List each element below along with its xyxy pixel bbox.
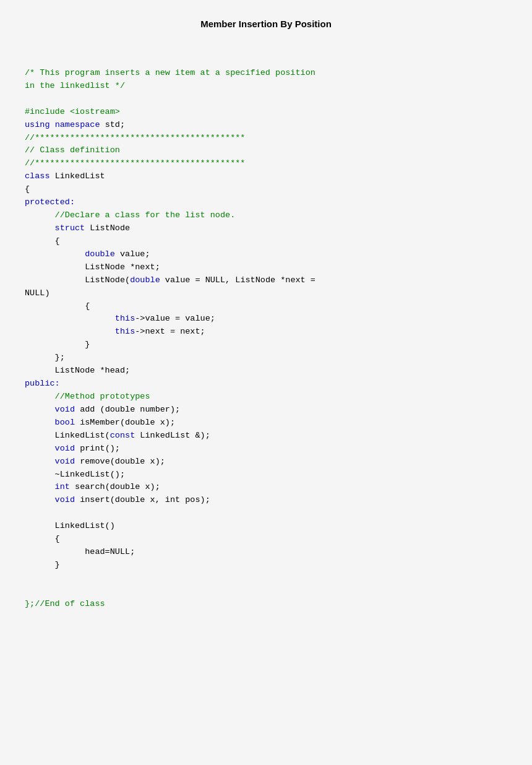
code-void-print: void print(); bbox=[25, 444, 120, 453]
code-listnode-ctor: ListNode(double value = NULL, ListNode *… bbox=[25, 275, 315, 285]
code-struct-end: }; bbox=[25, 353, 65, 362]
code-public: public: bbox=[25, 379, 60, 388]
code-void-remove: void remove(double x); bbox=[25, 457, 165, 466]
code-int-search: int search(double x); bbox=[25, 482, 160, 491]
code-double-value: double value; bbox=[25, 249, 150, 259]
code-method-comment: //Method prototypes bbox=[25, 392, 150, 401]
code-struct-brace-open: { bbox=[25, 236, 60, 246]
code-protected: protected: bbox=[25, 197, 75, 207]
code-class-def-comment: // Class definition bbox=[25, 145, 120, 155]
code-divider-1: //**************************************… bbox=[25, 133, 245, 142]
code-using: using namespace std; bbox=[25, 120, 125, 129]
code-ctor-brace-close: } bbox=[25, 340, 90, 349]
code-head-decl: ListNode *head; bbox=[25, 366, 130, 375]
code-struct-decl: struct ListNode bbox=[25, 223, 130, 233]
code-this-value: this->value = value; bbox=[25, 314, 215, 323]
code-class-end: };//End of class bbox=[25, 599, 105, 608]
code-void-add: void add (double number); bbox=[25, 405, 180, 414]
code-default-ctor: LinkedList() bbox=[25, 521, 115, 530]
code-block: /* This program inserts a new item at a … bbox=[25, 54, 507, 624]
code-preprocessor: #include <iostream> bbox=[25, 107, 120, 116]
code-destructor: ~LinkedList(); bbox=[25, 470, 125, 479]
code-head-null: head=NULL; bbox=[25, 547, 135, 556]
code-class-decl: class LinkedList bbox=[25, 171, 105, 181]
code-brace-open: { bbox=[25, 184, 30, 194]
code-struct-comment: //Declare a class for the list node. bbox=[25, 210, 235, 220]
code-ctor-brace-open: { bbox=[25, 301, 90, 311]
code-divider-2: //**************************************… bbox=[25, 158, 245, 168]
code-default-ctor-brace: { bbox=[25, 534, 60, 543]
page-title: Member Insertion By Position bbox=[25, 19, 507, 29]
code-default-ctor-close: } bbox=[25, 560, 60, 569]
code-comment-1: /* This program inserts a new item at a … bbox=[25, 68, 315, 90]
code-bool-ismember: bool isMember(double x); bbox=[25, 418, 175, 427]
code-copy-ctor: LinkedList(const LinkedList &); bbox=[25, 431, 210, 440]
page-container: Member Insertion By Position /* This pro… bbox=[0, 0, 532, 765]
code-void-insert: void insert(double x, int pos); bbox=[25, 495, 210, 504]
code-listnode-next: ListNode *next; bbox=[25, 262, 160, 272]
code-this-next: this->next = next; bbox=[25, 327, 205, 336]
code-null: NULL) bbox=[25, 288, 50, 298]
